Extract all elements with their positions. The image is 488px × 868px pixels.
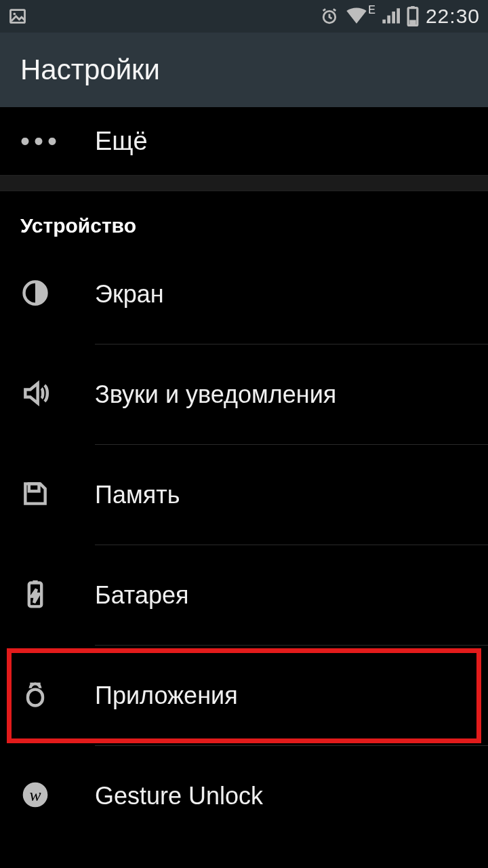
settings-item-gesture-unlock[interactable]: w Gesture Unlock: [0, 746, 488, 846]
svg-point-1: [13, 13, 16, 16]
settings-item-storage[interactable]: Память: [0, 445, 488, 545]
svg-rect-7: [29, 484, 39, 491]
settings-label: Батарея: [95, 581, 189, 610]
app-bar: Настройки: [0, 33, 488, 107]
svg-text:w: w: [29, 785, 41, 805]
status-bar: E 22:30: [0, 0, 488, 33]
settings-label: Экран: [95, 280, 164, 309]
battery-icon: [407, 6, 419, 26]
page-title: Настройки: [20, 54, 160, 86]
settings-item-sound[interactable]: Звуки и уведомления: [0, 344, 488, 445]
settings-label: Звуки и уведомления: [95, 380, 336, 409]
settings-item-display[interactable]: Экран: [0, 244, 488, 344]
section-header-device: Устройство: [0, 191, 488, 244]
svg-rect-9: [33, 580, 37, 584]
svg-rect-10: [28, 690, 43, 706]
sound-icon: [20, 378, 50, 411]
battery-icon: [20, 579, 50, 612]
more-icon: •••: [20, 127, 61, 155]
network-type-label: E: [368, 4, 375, 16]
svg-rect-4: [411, 6, 414, 8]
alarm-icon: [320, 7, 339, 26]
settings-label: Приложения: [95, 682, 238, 710]
svg-rect-5: [409, 20, 416, 24]
highlight-apps: Приложения: [0, 646, 488, 746]
image-notification-icon: [8, 7, 27, 26]
gesture-icon: w: [20, 780, 50, 812]
settings-label: Память: [95, 481, 180, 509]
apps-icon: [20, 679, 50, 712]
cell-signal-icon: [381, 7, 400, 25]
settings-item-apps[interactable]: Приложения: [0, 646, 488, 746]
section-divider: [0, 175, 488, 191]
settings-item-more[interactable]: ••• Ещё: [0, 107, 488, 175]
screen: E 22:30 Настройки ••• Ещё Устройство: [0, 0, 488, 868]
settings-item-battery[interactable]: Батарея: [0, 545, 488, 646]
wifi-icon: E: [346, 7, 367, 26]
settings-label: Gesture Unlock: [95, 782, 263, 810]
settings-list[interactable]: ••• Ещё Устройство Экран Звуки и уведомл…: [0, 107, 488, 868]
settings-label: Ещё: [95, 127, 148, 156]
clock-text: 22:30: [426, 5, 480, 28]
display-icon: [20, 278, 50, 311]
storage-icon: [20, 479, 50, 511]
